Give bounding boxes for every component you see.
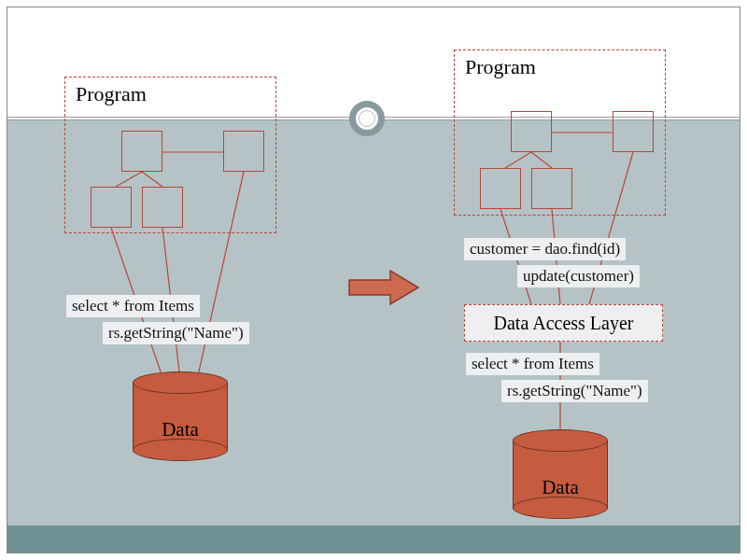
data-label-left: Data <box>133 418 228 441</box>
svg-marker-13 <box>349 271 418 304</box>
data-label-right: Data <box>513 476 608 499</box>
module-box <box>121 131 162 172</box>
binder-ring-icon <box>349 101 385 136</box>
module-box <box>142 187 183 228</box>
module-box <box>613 111 654 152</box>
sql-label-right: select * from Items <box>466 353 599 375</box>
module-box <box>223 131 264 172</box>
database-cylinder-left: Data <box>133 371 228 461</box>
data-access-layer-box: Data Access Layer <box>464 304 663 342</box>
bg-footer-strip <box>7 525 740 553</box>
module-box <box>531 168 572 209</box>
module-box <box>480 168 521 209</box>
resultset-label-right: rs.getString("Name") <box>501 380 648 402</box>
dao-update-label: update(customer) <box>517 265 640 287</box>
sql-label-left: select * from Items <box>66 295 200 317</box>
program-title-left: Program <box>76 82 147 106</box>
module-box <box>511 111 552 152</box>
dal-label: Data Access Layer <box>494 313 634 333</box>
dao-find-label: customer = dao.find(id) <box>464 238 626 260</box>
transition-arrow-icon <box>345 267 424 308</box>
module-box <box>91 187 132 228</box>
database-cylinder-right: Data <box>513 429 608 519</box>
program-title-right: Program <box>465 55 536 79</box>
resultset-label-left: rs.getString("Name") <box>103 322 249 344</box>
